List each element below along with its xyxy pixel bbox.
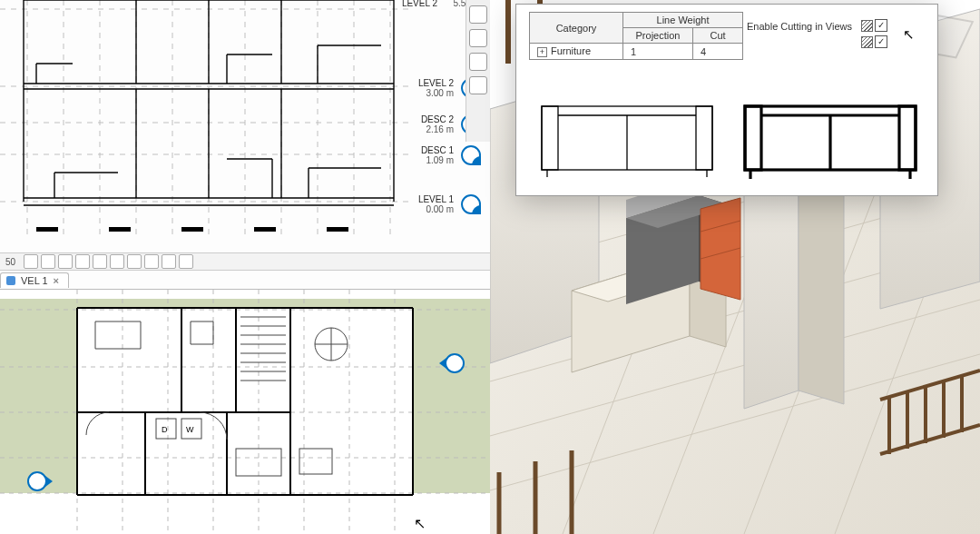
family-preview-cut	[741, 94, 919, 183]
nav-orbit-icon[interactable]	[469, 76, 487, 94]
svg-rect-135	[696, 106, 712, 170]
worksharing-button[interactable]	[179, 254, 193, 269]
svg-rect-47	[413, 299, 490, 493]
elevation-marker-icon[interactable]	[445, 353, 465, 373]
col-lineweight: Line Weight	[623, 13, 743, 28]
enable-cutting-label: Enable Cutting in Views	[747, 19, 852, 32]
object-styles-panel[interactable]: Category Line Weight Projection Cut +Fur…	[515, 4, 938, 196]
enable-cutting-option: Enable Cutting in Views ✓ ✓	[747, 19, 887, 48]
svg-marker-118	[701, 198, 740, 300]
level-name: DESC 1	[410, 145, 454, 155]
left-pane: LEVEL 2 5.50 m LEVEL 2 3.00 m DESC 2 2.1…	[0, 0, 490, 534]
level-name: LEVEL 2	[410, 78, 454, 88]
family-preview-projection	[538, 94, 716, 183]
svg-rect-141	[745, 106, 761, 170]
svg-rect-48	[77, 299, 413, 308]
site-hatch	[0, 299, 490, 493]
cell-category: Furniture	[551, 45, 591, 56]
view-tab[interactable]: VEL 1 ×	[0, 272, 69, 288]
crop-view-button[interactable]	[110, 254, 124, 269]
nav-pan-icon[interactable]	[469, 29, 487, 47]
zoom-value[interactable]: 50	[5, 257, 15, 267]
plan-view[interactable]: D W ↖	[0, 289, 490, 534]
section-grid	[0, 0, 413, 236]
nav-zoom-icon[interactable]	[469, 53, 487, 71]
cursor-icon: ↖	[903, 26, 915, 43]
object-styles-table: Category Line Weight Projection Cut +Fur…	[529, 12, 743, 60]
close-icon[interactable]: ×	[54, 275, 59, 286]
section-box-icon	[861, 20, 873, 32]
level-name: DESC 2	[410, 114, 454, 124]
level-callout[interactable]: DESC 1 1.09 m	[410, 145, 481, 165]
cell-cut[interactable]: 4	[693, 44, 743, 60]
svg-text:D: D	[162, 425, 168, 434]
svg-text:W: W	[186, 425, 194, 434]
temporary-hide-button[interactable]	[144, 254, 159, 269]
visual-style-button[interactable]	[58, 254, 73, 269]
detail-level-button[interactable]	[41, 254, 55, 269]
app-root: LEVEL 2 5.50 m LEVEL 2 3.00 m DESC 2 2.1…	[0, 0, 980, 534]
level-value: 0.00 m	[410, 204, 454, 214]
section-box-icon	[861, 36, 873, 48]
sun-path-button[interactable]	[75, 254, 90, 269]
section-structure	[24, 0, 394, 205]
enable-cutting-checkbox-top[interactable]: ✓	[875, 19, 887, 32]
level-marker-icon	[461, 194, 481, 214]
svg-rect-46	[0, 299, 77, 493]
crop-region-button[interactable]	[127, 254, 142, 269]
shadows-button[interactable]	[93, 254, 107, 269]
level-name: LEVEL 2	[394, 0, 437, 8]
plan-walls	[77, 308, 413, 495]
section-view[interactable]: LEVEL 2 5.50 m LEVEL 2 3.00 m DESC 2 2.1…	[0, 0, 490, 252]
level-value: 1.09 m	[410, 155, 454, 165]
plan-view-icon	[6, 276, 15, 285]
svg-rect-41	[36, 227, 58, 232]
ground-hatch	[36, 227, 348, 232]
svg-rect-44	[254, 227, 276, 232]
level-value: 2.16 m	[410, 124, 454, 134]
table-row[interactable]: +Furniture 1 4	[530, 44, 743, 60]
scale-button[interactable]	[24, 254, 38, 269]
plan-drawing[interactable]: D W	[0, 290, 490, 534]
level-marker-icon	[461, 145, 481, 165]
plan-furniture: D W	[86, 317, 348, 476]
svg-rect-43	[181, 227, 203, 232]
svg-rect-45	[327, 227, 348, 232]
level-value: 3.00 m	[410, 88, 454, 98]
col-projection[interactable]: Projection	[623, 28, 693, 44]
svg-rect-134	[542, 106, 558, 170]
view-tab-bar: VEL 1 ×	[0, 271, 69, 289]
navigation-bar	[466, 0, 490, 142]
level-callout[interactable]: LEVEL 1 0.00 m	[410, 194, 481, 214]
expand-icon[interactable]: +	[537, 47, 547, 57]
svg-rect-42	[109, 227, 131, 232]
tab-label: VEL 1	[21, 275, 48, 286]
reveal-hidden-button[interactable]	[162, 254, 176, 269]
cell-projection[interactable]: 1	[623, 44, 693, 60]
col-category[interactable]: Category	[530, 13, 623, 44]
enable-cutting-checkbox-bottom[interactable]: ✓	[875, 35, 887, 48]
nav-wheel-icon[interactable]	[469, 5, 487, 24]
col-cut[interactable]: Cut	[693, 28, 743, 44]
svg-rect-142	[899, 106, 916, 170]
svg-rect-96	[299, 449, 332, 474]
level-name: LEVEL 1	[410, 194, 454, 204]
elevation-marker-icon[interactable]	[27, 471, 47, 491]
view-control-bar: 50	[0, 252, 490, 271]
